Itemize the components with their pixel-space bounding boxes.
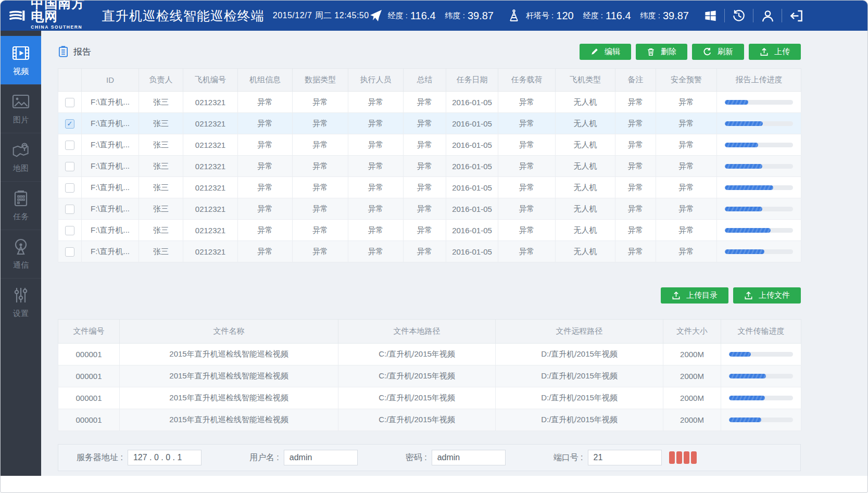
cell-select bbox=[58, 134, 82, 156]
user-icon[interactable] bbox=[760, 8, 775, 23]
lat-label: 纬度 : bbox=[445, 11, 465, 21]
upload-icon bbox=[672, 291, 681, 300]
cell-safety-warning: 异常 bbox=[656, 134, 717, 156]
file-row[interactable]: 0000012015年直升机巡检线智能巡检视频C:/直升机/2015年视频D:/… bbox=[58, 409, 801, 431]
sidebar-item-images[interactable]: 图片 bbox=[1, 84, 41, 133]
cell-data-type: 异常 bbox=[293, 156, 348, 177]
signal-bar bbox=[691, 451, 697, 464]
logout-icon[interactable] bbox=[788, 8, 804, 23]
cell-file-no: 000001 bbox=[58, 387, 120, 409]
cell-executor: 异常 bbox=[348, 241, 404, 262]
cell-data-type: 异常 bbox=[293, 241, 348, 262]
report-row[interactable]: F:\直升机...张三0212321异常异常异常异常2016-01-05异常无人… bbox=[58, 134, 801, 156]
cell-summary: 异常 bbox=[404, 198, 446, 220]
cell-remote-path: D:/直升机/2015年视频 bbox=[496, 344, 663, 365]
col-local-path: 文件本地路径 bbox=[338, 320, 496, 344]
cell-progress bbox=[721, 409, 801, 431]
password-input[interactable] bbox=[432, 450, 506, 465]
cell-file-no: 000001 bbox=[58, 365, 120, 387]
row-checkbox[interactable] bbox=[65, 205, 74, 214]
history-icon[interactable] bbox=[731, 8, 747, 23]
sidebar-item-map[interactable]: 地图 bbox=[1, 133, 41, 181]
col-safety-warning: 安全预警 bbox=[656, 69, 717, 92]
page-title: 直升机巡检线智能巡检终端 bbox=[102, 7, 265, 24]
section-title-label: 报告 bbox=[73, 46, 91, 58]
report-upload-progressbar bbox=[725, 249, 793, 254]
cell-progress bbox=[721, 387, 801, 409]
cell-remote-path: D:/直升机/2015年视频 bbox=[496, 365, 663, 387]
cell-id: F:\直升机... bbox=[82, 92, 139, 113]
col-owner: 负责人 bbox=[139, 69, 183, 92]
row-checkbox[interactable] bbox=[65, 141, 74, 150]
cell-file-size: 2000M bbox=[663, 344, 721, 365]
tower-lat-value: 39.87 bbox=[663, 10, 689, 22]
cell-task-date: 2016-01-05 bbox=[446, 177, 498, 198]
cell-id: F:\直升机... bbox=[82, 113, 139, 134]
upload-directory-button[interactable]: 上传目录 bbox=[661, 287, 728, 304]
tower-lat-label: 纬度 : bbox=[640, 11, 660, 21]
col-file-size: 文件大小 bbox=[663, 320, 721, 344]
report-row[interactable]: F:\直升机...张三0212321异常异常异常异常2016-01-05异常无人… bbox=[58, 92, 801, 113]
report-row[interactable]: F:\直升机...张三0212321异常异常异常异常2016-01-05异常无人… bbox=[58, 177, 801, 198]
report-row[interactable]: F:\直升机...张三0212321异常异常异常异常2016-01-05异常无人… bbox=[58, 156, 801, 177]
cell-plane-type: 无人机 bbox=[556, 177, 615, 198]
cell-payload: 异常 bbox=[498, 198, 556, 220]
file-transfer-progressbar bbox=[729, 418, 793, 422]
refresh-button[interactable]: 刷新 bbox=[692, 44, 744, 60]
port-input[interactable] bbox=[588, 450, 662, 465]
cell-payload: 异常 bbox=[498, 113, 556, 134]
file-row[interactable]: 0000012015年直升机巡检线智能巡检视频C:/直升机/2015年视频D:/… bbox=[58, 365, 801, 387]
report-table-body: F:\直升机...张三0212321异常异常异常异常2016-01-05异常无人… bbox=[58, 92, 801, 262]
cell-progress bbox=[717, 113, 801, 134]
cell-summary: 异常 bbox=[404, 177, 446, 198]
report-row[interactable]: F:\直升机...张三0212321异常异常异常异常2016-01-05异常无人… bbox=[58, 220, 801, 241]
report-row[interactable]: F:\直升机...张三0212321异常异常异常异常2016-01-05异常无人… bbox=[58, 113, 801, 134]
cell-progress bbox=[717, 92, 801, 113]
server-address-input[interactable] bbox=[128, 450, 202, 465]
sidebar-item-settings[interactable]: 设置 bbox=[1, 278, 41, 326]
col-remark: 备注 bbox=[615, 69, 656, 92]
file-row[interactable]: 0000012015年直升机巡检线智能巡检视频C:/直升机/2015年视频D:/… bbox=[58, 387, 801, 409]
sidebar-item-tasks[interactable]: 任务 bbox=[1, 181, 41, 230]
cell-id: F:\直升机... bbox=[82, 134, 139, 156]
cell-crew-info: 异常 bbox=[238, 241, 293, 262]
col-select bbox=[58, 69, 82, 92]
row-checkbox[interactable] bbox=[65, 98, 74, 107]
col-data-type: 数据类型 bbox=[293, 69, 348, 92]
signal-bar bbox=[669, 451, 675, 464]
cell-payload: 异常 bbox=[498, 241, 556, 262]
windows-icon[interactable] bbox=[702, 8, 718, 23]
col-remote-path: 文件远程路径 bbox=[496, 320, 663, 344]
row-checkbox-checked[interactable] bbox=[65, 119, 74, 129]
report-row[interactable]: F:\直升机...张三0212321异常异常异常异常2016-01-05异常无人… bbox=[58, 198, 801, 220]
cell-plane-no: 0212321 bbox=[183, 156, 238, 177]
sidebar-item-video[interactable]: 视频 bbox=[1, 36, 41, 84]
cell-payload: 异常 bbox=[498, 177, 556, 198]
main-content: 报告 编辑 删除 bbox=[41, 31, 867, 476]
cell-executor: 异常 bbox=[348, 113, 404, 134]
image-icon bbox=[11, 93, 30, 110]
row-checkbox[interactable] bbox=[65, 183, 74, 193]
file-row[interactable]: 0000012015年直升机巡检线智能巡检视频C:/直升机/2015年视频D:/… bbox=[58, 344, 801, 365]
cell-file-no: 000001 bbox=[58, 344, 120, 365]
upload-file-button[interactable]: 上传文件 bbox=[733, 287, 801, 304]
report-row[interactable]: F:\直升机...张三0212321异常异常异常异常2016-01-05异常无人… bbox=[58, 241, 801, 262]
sidebar-item-communication[interactable]: 通信 bbox=[1, 230, 41, 278]
file-table: 文件编号 文件名称 文件本地路径 文件远程路径 文件大小 文件传输进度 0000… bbox=[58, 319, 801, 431]
cell-plane-no: 0212321 bbox=[183, 113, 238, 134]
cell-file-name: 2015年直升机巡检线智能巡检视频 bbox=[120, 344, 338, 365]
row-checkbox[interactable] bbox=[65, 226, 74, 235]
row-checkbox[interactable] bbox=[65, 162, 74, 171]
username-input[interactable] bbox=[284, 450, 358, 465]
upload-button[interactable]: 上传 bbox=[749, 44, 801, 60]
cell-data-type: 异常 bbox=[293, 177, 348, 198]
cell-remark: 异常 bbox=[615, 113, 656, 134]
cell-task-date: 2016-01-05 bbox=[446, 134, 498, 156]
delete-button[interactable]: 删除 bbox=[636, 44, 687, 60]
port-field: 端口号 : bbox=[553, 450, 662, 465]
row-checkbox[interactable] bbox=[65, 247, 74, 257]
divider bbox=[782, 9, 782, 22]
edit-button[interactable]: 编辑 bbox=[580, 44, 631, 60]
port-label: 端口号 : bbox=[553, 452, 583, 463]
col-plane-no: 飞机编号 bbox=[183, 69, 238, 92]
